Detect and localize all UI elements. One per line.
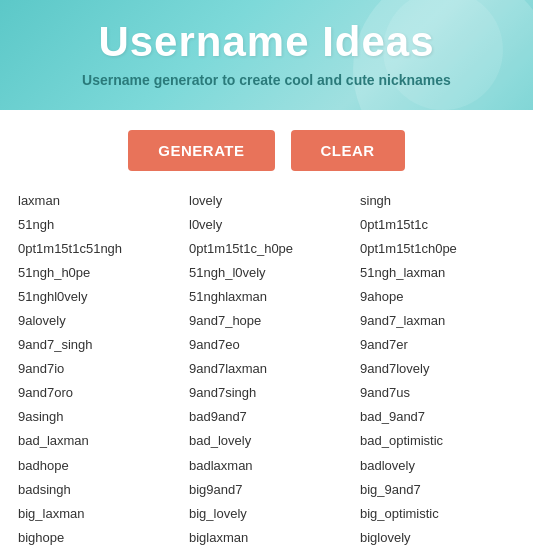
list-item: big_9and7: [360, 478, 515, 502]
list-item: lovely: [189, 189, 344, 213]
action-buttons: GENERATE CLEAR: [0, 110, 533, 189]
list-item: 9and7laxman: [189, 357, 344, 381]
list-item: 51nghl0vely: [18, 285, 173, 309]
list-item: 9and7_hope: [189, 309, 344, 333]
list-item: 9and7lovely: [360, 357, 515, 381]
username-list: laxman51ngh0pt1m15t1c51ngh51ngh_h0pe51ng…: [0, 189, 533, 545]
list-item: badlovely: [360, 454, 515, 478]
list-item: bad_9and7: [360, 405, 515, 429]
list-item: big9and7: [189, 478, 344, 502]
list-item: 9alovely: [18, 309, 173, 333]
list-item: bad9and7: [189, 405, 344, 429]
generate-button[interactable]: GENERATE: [128, 130, 274, 171]
list-item: 51nghlaxman: [189, 285, 344, 309]
list-item: 9and7us: [360, 381, 515, 405]
list-item: 0pt1m15t1c: [360, 213, 515, 237]
page-subtitle: Username generator to create cool and cu…: [20, 72, 513, 88]
page-title: Username Ideas: [20, 18, 513, 66]
list-item: badlaxman: [189, 454, 344, 478]
list-item: biglaxman: [189, 526, 344, 545]
list-item: big_optimistic: [360, 502, 515, 526]
list-item: badsingh: [18, 478, 173, 502]
username-column-1: laxman51ngh0pt1m15t1c51ngh51ngh_h0pe51ng…: [10, 189, 181, 545]
list-item: 9and7er: [360, 333, 515, 357]
list-item: 9and7singh: [189, 381, 344, 405]
list-item: bighope: [18, 526, 173, 545]
list-item: 9asingh: [18, 405, 173, 429]
list-item: 0pt1m15t1c51ngh: [18, 237, 173, 261]
list-item: 9and7_singh: [18, 333, 173, 357]
list-item: badhope: [18, 454, 173, 478]
list-item: 0pt1m15t1c_h0pe: [189, 237, 344, 261]
list-item: biglovely: [360, 526, 515, 545]
list-item: singh: [360, 189, 515, 213]
page-header: Username Ideas Username generator to cre…: [0, 0, 533, 110]
list-item: big_laxman: [18, 502, 173, 526]
clear-button[interactable]: CLEAR: [291, 130, 405, 171]
list-item: bad_optimistic: [360, 429, 515, 453]
list-item: big_lovely: [189, 502, 344, 526]
list-item: l0vely: [189, 213, 344, 237]
list-item: 0pt1m15t1ch0pe: [360, 237, 515, 261]
list-item: 51ngh_laxman: [360, 261, 515, 285]
list-item: 9and7io: [18, 357, 173, 381]
username-column-2: lovelyl0vely0pt1m15t1c_h0pe51ngh_l0vely5…: [181, 189, 352, 545]
username-column-3: singh0pt1m15t1c0pt1m15t1ch0pe51ngh_laxma…: [352, 189, 523, 545]
list-item: 51ngh_l0vely: [189, 261, 344, 285]
list-item: 9and7_laxman: [360, 309, 515, 333]
list-item: 51ngh: [18, 213, 173, 237]
list-item: 9ahope: [360, 285, 515, 309]
list-item: bad_laxman: [18, 429, 173, 453]
list-item: 9and7eo: [189, 333, 344, 357]
list-item: laxman: [18, 189, 173, 213]
list-item: bad_lovely: [189, 429, 344, 453]
list-item: 9and7oro: [18, 381, 173, 405]
list-item: 51ngh_h0pe: [18, 261, 173, 285]
